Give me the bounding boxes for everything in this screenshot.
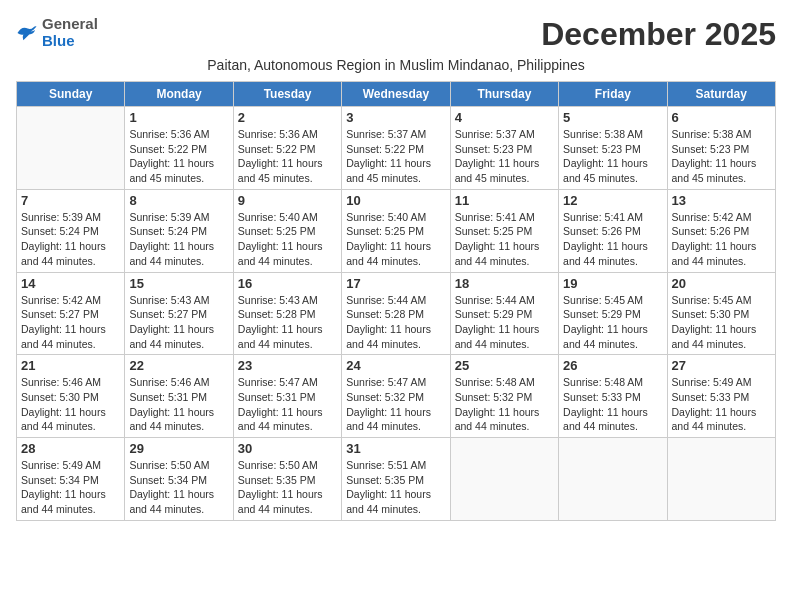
day-info: Sunrise: 5:40 AMSunset: 5:25 PMDaylight:… [238,210,337,269]
calendar-cell: 17Sunrise: 5:44 AMSunset: 5:28 PMDayligh… [342,272,450,355]
day-number: 27 [672,358,771,373]
day-info: Sunrise: 5:37 AMSunset: 5:22 PMDaylight:… [346,127,445,186]
calendar-cell [559,438,667,521]
calendar-cell: 3Sunrise: 5:37 AMSunset: 5:22 PMDaylight… [342,107,450,190]
day-number: 25 [455,358,554,373]
calendar-cell: 27Sunrise: 5:49 AMSunset: 5:33 PMDayligh… [667,355,775,438]
calendar-cell: 18Sunrise: 5:44 AMSunset: 5:29 PMDayligh… [450,272,558,355]
calendar-cell: 7Sunrise: 5:39 AMSunset: 5:24 PMDaylight… [17,189,125,272]
day-number: 24 [346,358,445,373]
calendar-cell: 30Sunrise: 5:50 AMSunset: 5:35 PMDayligh… [233,438,341,521]
calendar-cell: 6Sunrise: 5:38 AMSunset: 5:23 PMDaylight… [667,107,775,190]
day-info: Sunrise: 5:36 AMSunset: 5:22 PMDaylight:… [238,127,337,186]
day-number: 23 [238,358,337,373]
calendar-cell: 1Sunrise: 5:36 AMSunset: 5:22 PMDaylight… [125,107,233,190]
calendar-cell: 28Sunrise: 5:49 AMSunset: 5:34 PMDayligh… [17,438,125,521]
calendar-cell: 13Sunrise: 5:42 AMSunset: 5:26 PMDayligh… [667,189,775,272]
day-number: 17 [346,276,445,291]
day-number: 30 [238,441,337,456]
calendar-cell [17,107,125,190]
logo: General Blue [16,16,98,49]
calendar-header-friday: Friday [559,82,667,107]
day-number: 31 [346,441,445,456]
day-info: Sunrise: 5:50 AMSunset: 5:34 PMDaylight:… [129,458,228,517]
day-info: Sunrise: 5:50 AMSunset: 5:35 PMDaylight:… [238,458,337,517]
month-title: December 2025 [541,16,776,53]
day-info: Sunrise: 5:48 AMSunset: 5:32 PMDaylight:… [455,375,554,434]
day-info: Sunrise: 5:42 AMSunset: 5:27 PMDaylight:… [21,293,120,352]
calendar-header-tuesday: Tuesday [233,82,341,107]
day-number: 29 [129,441,228,456]
calendar-header-monday: Monday [125,82,233,107]
day-info: Sunrise: 5:39 AMSunset: 5:24 PMDaylight:… [129,210,228,269]
calendar-cell: 25Sunrise: 5:48 AMSunset: 5:32 PMDayligh… [450,355,558,438]
day-info: Sunrise: 5:40 AMSunset: 5:25 PMDaylight:… [346,210,445,269]
day-info: Sunrise: 5:44 AMSunset: 5:29 PMDaylight:… [455,293,554,352]
day-info: Sunrise: 5:41 AMSunset: 5:25 PMDaylight:… [455,210,554,269]
day-info: Sunrise: 5:45 AMSunset: 5:29 PMDaylight:… [563,293,662,352]
day-info: Sunrise: 5:37 AMSunset: 5:23 PMDaylight:… [455,127,554,186]
calendar-cell: 22Sunrise: 5:46 AMSunset: 5:31 PMDayligh… [125,355,233,438]
calendar-cell: 12Sunrise: 5:41 AMSunset: 5:26 PMDayligh… [559,189,667,272]
calendar-header-row: SundayMondayTuesdayWednesdayThursdayFrid… [17,82,776,107]
day-info: Sunrise: 5:39 AMSunset: 5:24 PMDaylight:… [21,210,120,269]
calendar-cell: 20Sunrise: 5:45 AMSunset: 5:30 PMDayligh… [667,272,775,355]
day-info: Sunrise: 5:51 AMSunset: 5:35 PMDaylight:… [346,458,445,517]
day-info: Sunrise: 5:38 AMSunset: 5:23 PMDaylight:… [563,127,662,186]
day-number: 26 [563,358,662,373]
logo-text: General Blue [42,16,98,49]
day-info: Sunrise: 5:42 AMSunset: 5:26 PMDaylight:… [672,210,771,269]
logo-general-text: General [42,16,98,33]
calendar-header-thursday: Thursday [450,82,558,107]
day-info: Sunrise: 5:46 AMSunset: 5:31 PMDaylight:… [129,375,228,434]
day-number: 19 [563,276,662,291]
calendar-cell: 19Sunrise: 5:45 AMSunset: 5:29 PMDayligh… [559,272,667,355]
day-number: 8 [129,193,228,208]
day-number: 14 [21,276,120,291]
day-info: Sunrise: 5:43 AMSunset: 5:27 PMDaylight:… [129,293,228,352]
day-info: Sunrise: 5:45 AMSunset: 5:30 PMDaylight:… [672,293,771,352]
calendar-cell: 16Sunrise: 5:43 AMSunset: 5:28 PMDayligh… [233,272,341,355]
calendar-cell [667,438,775,521]
day-number: 22 [129,358,228,373]
day-number: 20 [672,276,771,291]
day-info: Sunrise: 5:41 AMSunset: 5:26 PMDaylight:… [563,210,662,269]
calendar-cell: 21Sunrise: 5:46 AMSunset: 5:30 PMDayligh… [17,355,125,438]
calendar-header-wednesday: Wednesday [342,82,450,107]
day-number: 21 [21,358,120,373]
day-number: 16 [238,276,337,291]
calendar-week-row: 1Sunrise: 5:36 AMSunset: 5:22 PMDaylight… [17,107,776,190]
logo-icon [16,24,38,42]
calendar-cell: 15Sunrise: 5:43 AMSunset: 5:27 PMDayligh… [125,272,233,355]
calendar-week-row: 21Sunrise: 5:46 AMSunset: 5:30 PMDayligh… [17,355,776,438]
calendar-cell: 10Sunrise: 5:40 AMSunset: 5:25 PMDayligh… [342,189,450,272]
logo-blue-text: Blue [42,33,98,50]
day-info: Sunrise: 5:49 AMSunset: 5:34 PMDaylight:… [21,458,120,517]
calendar-cell: 26Sunrise: 5:48 AMSunset: 5:33 PMDayligh… [559,355,667,438]
calendar-week-row: 28Sunrise: 5:49 AMSunset: 5:34 PMDayligh… [17,438,776,521]
calendar-cell: 9Sunrise: 5:40 AMSunset: 5:25 PMDaylight… [233,189,341,272]
calendar-week-row: 7Sunrise: 5:39 AMSunset: 5:24 PMDaylight… [17,189,776,272]
day-number: 2 [238,110,337,125]
calendar-cell: 8Sunrise: 5:39 AMSunset: 5:24 PMDaylight… [125,189,233,272]
day-number: 9 [238,193,337,208]
day-info: Sunrise: 5:49 AMSunset: 5:33 PMDaylight:… [672,375,771,434]
day-number: 5 [563,110,662,125]
calendar-cell: 4Sunrise: 5:37 AMSunset: 5:23 PMDaylight… [450,107,558,190]
calendar-cell: 5Sunrise: 5:38 AMSunset: 5:23 PMDaylight… [559,107,667,190]
calendar-cell: 24Sunrise: 5:47 AMSunset: 5:32 PMDayligh… [342,355,450,438]
day-number: 10 [346,193,445,208]
day-number: 15 [129,276,228,291]
day-info: Sunrise: 5:47 AMSunset: 5:32 PMDaylight:… [346,375,445,434]
day-info: Sunrise: 5:48 AMSunset: 5:33 PMDaylight:… [563,375,662,434]
day-number: 13 [672,193,771,208]
calendar-cell: 31Sunrise: 5:51 AMSunset: 5:35 PMDayligh… [342,438,450,521]
day-number: 11 [455,193,554,208]
calendar-week-row: 14Sunrise: 5:42 AMSunset: 5:27 PMDayligh… [17,272,776,355]
day-number: 12 [563,193,662,208]
day-number: 4 [455,110,554,125]
day-info: Sunrise: 5:46 AMSunset: 5:30 PMDaylight:… [21,375,120,434]
calendar-header-sunday: Sunday [17,82,125,107]
day-number: 3 [346,110,445,125]
calendar-cell: 2Sunrise: 5:36 AMSunset: 5:22 PMDaylight… [233,107,341,190]
